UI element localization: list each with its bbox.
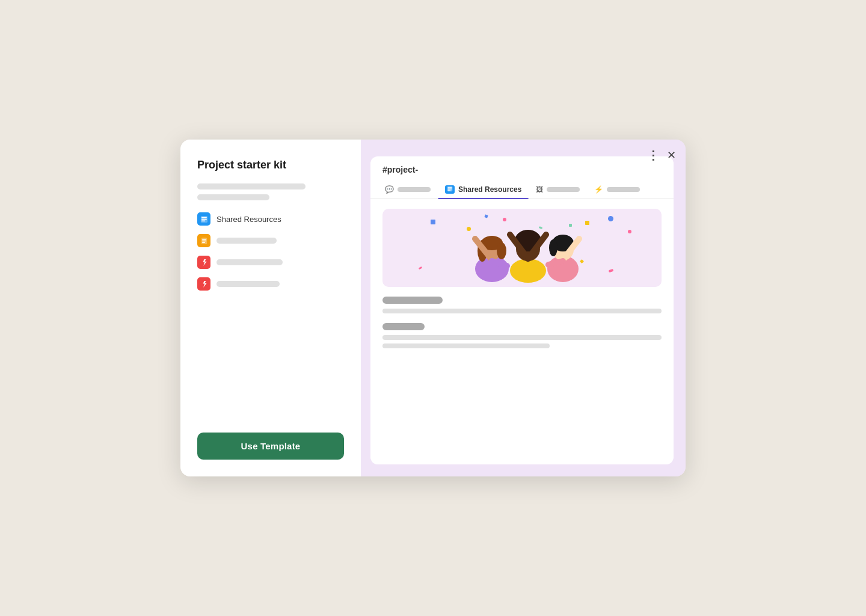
celebration-image (382, 209, 662, 287)
tab-3-icon: 🖼 (536, 185, 543, 194)
tab-1-skeleton (398, 187, 431, 192)
tab-1[interactable]: 💬 (378, 180, 438, 199)
tab-3-skeleton (547, 187, 580, 192)
channel-item-3[interactable] (197, 256, 344, 269)
channel-label-3 (216, 259, 283, 265)
preview-tabs: 💬 Shared Resources 🖼 (370, 180, 674, 199)
more-options-icon[interactable]: ⋮ (647, 149, 660, 161)
channel-label-4 (216, 281, 280, 287)
section-2-line-1 (382, 335, 662, 340)
section-2-title (382, 323, 425, 330)
section-2-line-2 (382, 343, 550, 348)
tab-shared-resources-icon (445, 185, 455, 194)
svg-point-18 (549, 239, 557, 256)
tab-4-icon: ⚡ (594, 185, 603, 194)
channel-icon-4 (197, 277, 210, 291)
confetti-8 (419, 266, 423, 270)
channel-item-2[interactable] (197, 234, 344, 247)
channel-icon-shared-resources (197, 212, 210, 226)
use-template-button[interactable]: Use Template (197, 433, 344, 460)
modal-title: Project starter kit (197, 159, 344, 171)
modal-container: Project starter kit Shared Resources (180, 140, 686, 476)
skeleton-line-1 (197, 183, 306, 189)
channel-item-4[interactable] (197, 277, 344, 291)
confetti-2 (467, 227, 471, 231)
preview-section-1 (382, 297, 662, 313)
section-1-title (382, 297, 443, 304)
tab-3[interactable]: 🖼 (529, 180, 587, 199)
close-button[interactable]: ✕ (667, 150, 676, 161)
section-1-line-1 (382, 309, 662, 313)
confetti-5 (608, 216, 613, 221)
top-actions: ⋮ ✕ (647, 149, 676, 161)
left-panel: Project starter kit Shared Resources (180, 140, 361, 476)
preview-card: #project- 💬 Shared Resources (370, 156, 674, 464)
channel-list: Shared Resources (197, 212, 344, 291)
svg-point-7 (497, 242, 506, 259)
tab-shared-resources[interactable]: Shared Resources (438, 180, 529, 199)
right-panel: ⋮ ✕ #project- 💬 Shared (361, 140, 686, 476)
confetti-4 (585, 221, 589, 225)
preview-section-2 (382, 323, 662, 348)
preview-content (370, 199, 674, 464)
tab-shared-resources-label: Shared Resources (458, 185, 521, 194)
skeleton-line-2 (197, 194, 269, 200)
svg-point-10 (510, 259, 546, 283)
confetti-1 (431, 220, 435, 224)
channel-name-shared-resources: Shared Resources (216, 215, 281, 224)
channel-icon-2 (197, 234, 210, 247)
left-skeleton-lines (197, 183, 344, 200)
confetti-6 (628, 230, 631, 233)
tab-4[interactable]: ⚡ (587, 180, 647, 199)
channel-header: #project- (370, 156, 674, 174)
channel-item-shared-resources[interactable]: Shared Resources (197, 212, 344, 226)
channel-label-2 (216, 238, 277, 244)
channel-icon-3 (197, 256, 210, 269)
confetti-7 (569, 224, 572, 227)
tab-4-skeleton (607, 187, 640, 192)
confetti-3 (503, 218, 506, 221)
tab-1-icon: 💬 (385, 185, 394, 194)
svg-line-20 (548, 261, 563, 265)
